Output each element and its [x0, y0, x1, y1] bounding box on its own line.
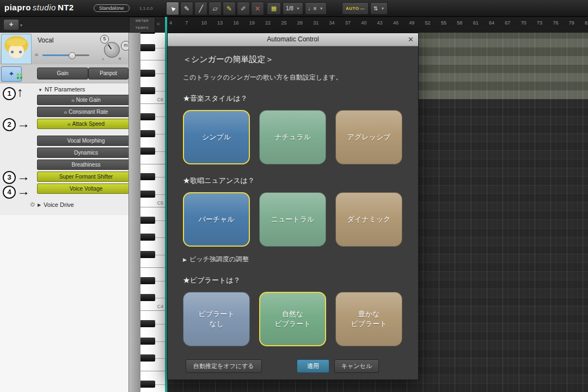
gain-button[interactable]: Gain: [37, 68, 88, 79]
black-key: [140, 87, 155, 94]
piano-key-ds6[interactable]: [140, 69, 165, 78]
option-button-2-2[interactable]: 豊かな ビブラート: [335, 292, 402, 346]
key-divider: [155, 48, 165, 48]
dialog-titlebar[interactable]: Automatic Control ✕: [168, 33, 418, 46]
pitch-disclosure[interactable]: ▶ピッチ強調度の調整: [183, 255, 403, 264]
measure-ruler[interactable]: 4710131619222528313437404346495255586164…: [167, 16, 588, 33]
piano-key-b3[interactable]: [140, 311, 165, 320]
piano-key-e5[interactable]: [140, 164, 165, 173]
option-button-0-1[interactable]: ナチュラル: [259, 110, 326, 164]
cancel-button[interactable]: キャンセル: [334, 359, 379, 373]
auto-mode-dropdown[interactable]: ⇅ ▼: [370, 2, 388, 15]
option-button-1-2[interactable]: ダイナミック: [335, 192, 402, 247]
stamp-tool[interactable]: ✐: [237, 2, 250, 15]
collapse-icon[interactable]: «: [157, 21, 160, 27]
piano-key-c4[interactable]: C4: [140, 302, 165, 311]
piano-key-c6[interactable]: C6: [140, 95, 165, 104]
volume-slider[interactable]: [42, 54, 89, 56]
option-button-2-0[interactable]: ビブラート なし: [183, 292, 250, 346]
piano-key-fs5[interactable]: [140, 147, 165, 156]
param-super-formant-shifter[interactable]: Super Formant Shifter: [37, 171, 135, 182]
piano-key-g5[interactable]: [140, 138, 165, 147]
delete-tool[interactable]: ✕: [251, 2, 264, 15]
glue-tool[interactable]: ✎: [223, 2, 236, 15]
piano-key-e3[interactable]: [140, 371, 165, 380]
piano-key-d6[interactable]: [140, 78, 165, 87]
grid-snap-icon[interactable]: ▦: [267, 2, 281, 15]
pencil-tool[interactable]: ✎: [180, 2, 193, 15]
grid-value-dropdown[interactable]: 1/8 ▼: [283, 2, 303, 15]
piano-key-d5[interactable]: [140, 181, 165, 190]
apply-button[interactable]: 適用: [297, 359, 329, 373]
param-vocal-morphing[interactable]: Vocal Morphing: [37, 136, 135, 146]
grid-value: 1/8: [286, 5, 293, 11]
auto-button[interactable]: AUTO —: [342, 2, 369, 15]
param-breathiness[interactable]: Breathiness: [37, 160, 135, 170]
option-button-0-0[interactable]: シンプル: [183, 110, 250, 164]
add-track-caret-icon[interactable]: ▾: [20, 23, 22, 28]
piano-key-cs5[interactable]: [140, 190, 165, 199]
piano-key-a4[interactable]: [140, 225, 165, 234]
ruler-measure-number: 7: [185, 20, 188, 26]
param-attack-speed[interactable]: ılıAttack Speed: [37, 119, 135, 129]
piano-key-c5[interactable]: C5: [140, 199, 165, 207]
piano-key-as3[interactable]: [140, 320, 165, 328]
panpot-button[interactable]: Panpot: [88, 68, 128, 79]
piano-key-fs6[interactable]: [140, 44, 165, 52]
piano-key-f3[interactable]: [140, 363, 165, 371]
piano-key-b4[interactable]: [140, 207, 165, 216]
piano-key-cs6[interactable]: [140, 87, 165, 95]
piano-key-f4[interactable]: [140, 259, 165, 268]
piano-key-g4[interactable]: [140, 242, 165, 250]
voice-drive-row[interactable]: ⏻ ▶ Voice Drive: [30, 201, 74, 208]
param-note-gain[interactable]: ılıNote Gain: [37, 95, 135, 105]
piano-key-gs3[interactable]: [140, 337, 165, 346]
option-button-1-1[interactable]: ニュートラル: [259, 192, 326, 247]
piano-key-a5[interactable]: [140, 121, 165, 130]
param-dynamics[interactable]: Dynamics: [37, 148, 135, 158]
panel-scrollbar[interactable]: [128, 33, 141, 392]
piano-key-gs4[interactable]: [140, 233, 165, 242]
piano-key-cs4[interactable]: [140, 293, 165, 302]
piano-key-ds4[interactable]: [140, 277, 165, 285]
piano-keyboard[interactable]: C6C5C4: [140, 33, 166, 392]
piano-key-f6[interactable]: [140, 52, 165, 61]
black-key: [140, 70, 155, 77]
piano-key-g6[interactable]: [140, 35, 165, 44]
param-voice-voltage[interactable]: Voice Voltage: [37, 183, 135, 194]
line-tool[interactable]: ╱: [194, 2, 207, 15]
piano-key-e4[interactable]: [140, 268, 165, 277]
option-button-0-2[interactable]: アグレッシブ: [335, 110, 402, 164]
auto-off-button[interactable]: 自動推定をオフにする: [186, 359, 262, 373]
singer-avatar[interactable]: [1, 34, 32, 64]
volume-slider-thumb[interactable]: [69, 52, 76, 59]
piano-key-as5[interactable]: [140, 113, 165, 121]
note-length-dropdown[interactable]: ♩≡ ▼: [305, 2, 327, 15]
pan-knob[interactable]: [104, 42, 120, 58]
piano-key-f5[interactable]: [140, 156, 165, 164]
question-label: ★ビブラートは？: [183, 275, 403, 285]
piano-key-a3[interactable]: [140, 328, 165, 337]
key-divider: [155, 151, 165, 152]
add-track-button[interactable]: +: [3, 19, 19, 30]
eraser-tool[interactable]: ▱: [209, 2, 222, 15]
option-button-2-1[interactable]: 自然な ビブラート: [259, 292, 326, 346]
piano-key-g3[interactable]: [140, 345, 165, 354]
piano-key-gs5[interactable]: [140, 130, 165, 138]
piano-key-ds3[interactable]: [140, 380, 165, 389]
param-consonant-rate[interactable]: ılıConsonant Rate: [37, 107, 135, 117]
meter-tempo-box[interactable]: METER TEMPO: [129, 17, 155, 33]
close-icon[interactable]: ✕: [408, 33, 414, 46]
cursor-tool[interactable]: ►: [166, 2, 179, 15]
piano-key-as4[interactable]: [140, 216, 165, 225]
piano-key-d4[interactable]: [140, 285, 165, 294]
piano-key-fs3[interactable]: [140, 354, 165, 363]
nt-parameters-header[interactable]: ▼NT Parameters: [38, 86, 85, 93]
automatic-control-button[interactable]: ✦: [1, 66, 22, 82]
option-button-1-0[interactable]: バーチャル: [183, 192, 250, 247]
piano-key-e6[interactable]: [140, 60, 165, 69]
piano-key-b5[interactable]: [140, 104, 165, 113]
piano-key-ds5[interactable]: [140, 173, 165, 181]
piano-key-d3[interactable]: [140, 389, 165, 392]
piano-key-fs4[interactable]: [140, 250, 165, 259]
